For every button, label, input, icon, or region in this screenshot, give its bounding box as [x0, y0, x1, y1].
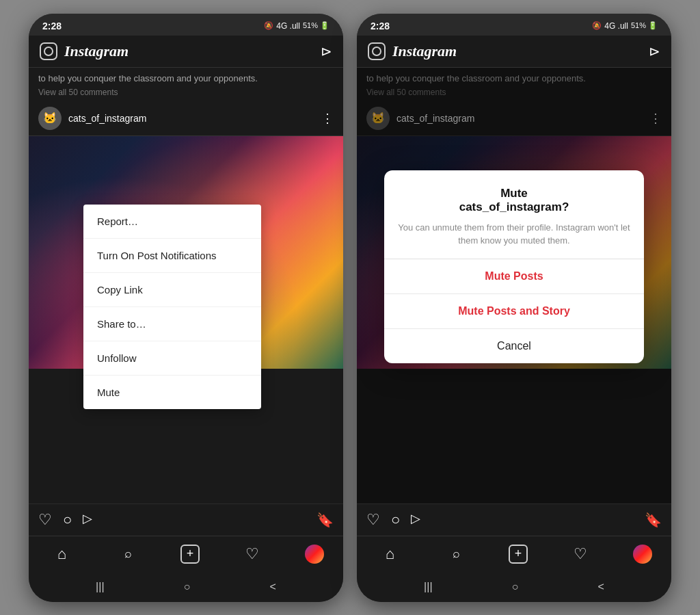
ig-header-left: Instagram ⊳	[29, 36, 343, 68]
bottom-nav-right: ⌂ ⌕ + ♡	[357, 536, 671, 572]
mute-posts-button[interactable]: Mute Posts	[384, 259, 644, 294]
ig-logo-text-right: Instagram	[392, 42, 457, 60]
status-time-left: 2:28	[42, 21, 62, 31]
like-icon-right[interactable]: ♡	[366, 511, 380, 529]
nav-add-right[interactable]: +	[509, 545, 528, 564]
mute-icon-right: 🔕	[592, 21, 602, 30]
cancel-button[interactable]: Cancel	[384, 329, 644, 363]
mute-icon: 🔕	[264, 21, 273, 30]
status-icons-right: 🔕 4G .ull 51% 🔋	[592, 21, 658, 31]
battery-icon-right: 51% 🔋	[631, 21, 658, 30]
menu-item-mute[interactable]: Mute	[83, 376, 261, 409]
nav-profile-right[interactable]	[633, 545, 652, 564]
menu-item-report[interactable]: Report…	[83, 205, 261, 239]
like-icon-left[interactable]: ♡	[38, 511, 52, 529]
nav-search-left[interactable]: ⌕	[114, 542, 142, 566]
menu-item-share[interactable]: Share to…	[83, 307, 261, 341]
comment-icon-left[interactable]: ○	[63, 511, 72, 529]
status-bar-left: 2:28 🔕 4G .ull 51% 🔋	[29, 14, 343, 36]
ig-logo-area-right: Instagram	[368, 42, 457, 60]
status-bar-right: 2:28 🔕 4G .ull 51% 🔋	[357, 14, 671, 36]
android-back-left[interactable]: <	[270, 581, 276, 593]
camera-icon-left	[40, 42, 57, 60]
bottom-nav-left: ⌂ ⌕ + ♡	[29, 536, 343, 572]
dialog-header: Mute cats_of_instagram? You can unmute t…	[384, 170, 644, 259]
avatar-emoji-left: 🐱	[43, 112, 57, 125]
action-icons-right: ♡ ○ ▷	[366, 511, 420, 529]
save-icon-left[interactable]: 🔖	[317, 512, 334, 528]
nav-add-left[interactable]: +	[180, 545, 200, 564]
android-home-left[interactable]: ○	[184, 581, 191, 593]
save-icon-right[interactable]: 🔖	[645, 512, 662, 528]
right-phone: 2:28 🔕 4G .ull 51% 🔋 Instagram ⊳ to help…	[357, 14, 671, 602]
battery-icon: 51% 🔋	[303, 21, 329, 30]
user-avatar-left: 🐱	[38, 107, 62, 130]
mute-posts-story-button[interactable]: Mute Posts and Story	[384, 294, 644, 329]
android-home-right[interactable]: ○	[512, 581, 519, 593]
android-nav-left: ||| ○ <	[29, 572, 343, 602]
nav-home-left[interactable]: ⌂	[48, 542, 75, 566]
left-phone: 2:28 🔕 4G .ull 51% 🔋 Instagram ⊳ to help…	[29, 14, 343, 602]
signal-icon: 4G .ull	[276, 21, 300, 31]
android-nav-right: ||| ○ <	[357, 572, 671, 602]
action-icons-left: ♡ ○ ▷	[38, 511, 92, 529]
nav-search-right[interactable]: ⌕	[442, 542, 470, 566]
camera-icon-right	[368, 42, 386, 60]
post-actions-right: ♡ ○ ▷ 🔖	[357, 503, 671, 536]
post-actions-left: ♡ ○ ▷ 🔖	[29, 503, 343, 536]
menu-item-unfollow[interactable]: Unfollow	[83, 341, 261, 376]
view-comments-left[interactable]: View all 50 comments	[29, 86, 343, 101]
ig-logo-text-left: Instagram	[64, 42, 129, 60]
share-icon-left[interactable]: ▷	[83, 511, 92, 529]
menu-item-copy-link[interactable]: Copy Link	[83, 273, 261, 307]
share-icon-right[interactable]: ▷	[411, 511, 420, 529]
nav-heart-right[interactable]: ♡	[567, 542, 594, 566]
post-caption-left: to help you conquer the classroom and yo…	[29, 68, 343, 86]
ig-header-right: Instagram ⊳	[357, 36, 671, 68]
nav-heart-left[interactable]: ♡	[239, 542, 266, 566]
post-area-right: to help you conquer the classroom and yo…	[357, 68, 671, 503]
menu-item-notifications[interactable]: Turn On Post Notifications	[83, 239, 261, 273]
status-icons-left: 🔕 4G .ull 51% 🔋	[264, 21, 329, 31]
three-dots-left[interactable]: ⋮	[321, 111, 334, 126]
post-area-left: to help you conquer the classroom and yo…	[29, 68, 343, 503]
android-menu-right[interactable]: |||	[424, 581, 432, 593]
send-icon-right[interactable]: ⊳	[649, 43, 660, 60]
dialog-title: Mute cats_of_instagram?	[398, 187, 630, 214]
android-menu-left[interactable]: |||	[96, 581, 104, 593]
username-left[interactable]: cats_of_instagram	[68, 113, 146, 124]
nav-profile-left[interactable]	[305, 545, 324, 564]
ig-logo-area-left: Instagram	[40, 42, 129, 60]
context-menu: Report… Turn On Post Notifications Copy …	[83, 205, 261, 409]
signal-icon-right: 4G .ull	[604, 21, 628, 31]
status-time-right: 2:28	[371, 21, 390, 31]
android-back-right[interactable]: <	[598, 581, 604, 593]
mute-dialog: Mute cats_of_instagram? You can unmute t…	[384, 170, 644, 363]
comment-icon-right[interactable]: ○	[391, 511, 400, 529]
dialog-subtitle: You can unmute them from their profile. …	[398, 221, 630, 248]
post-user-left: 🐱 cats_of_instagram	[38, 107, 146, 130]
nav-home-right[interactable]: ⌂	[376, 542, 403, 566]
send-icon-left[interactable]: ⊳	[321, 43, 332, 60]
post-user-row-left: 🐱 cats_of_instagram ⋮	[29, 101, 343, 136]
